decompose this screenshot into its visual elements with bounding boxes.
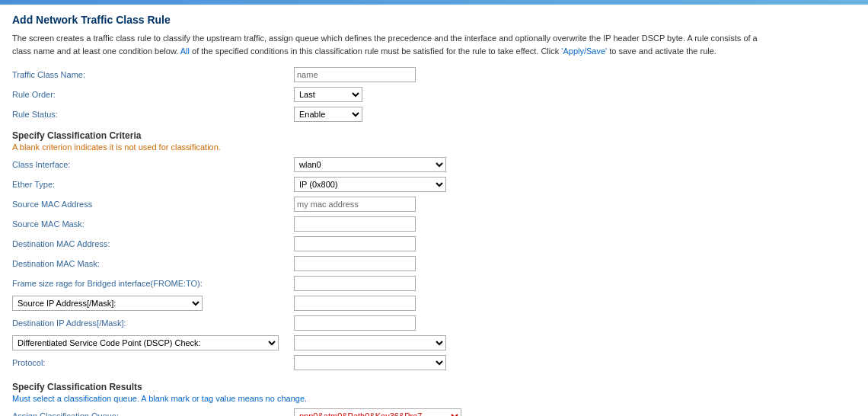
dest-mac-label: Destination MAC Address:: [12, 239, 294, 248]
assign-queue-select[interactable]: ppp0&atm0&Path0&Key36&Pre7 ppp0&atm0&Pat…: [294, 408, 461, 416]
assign-queue-label: Assign Classification Queue:: [12, 411, 294, 416]
class-interface-select[interactable]: wlan0 eth0 eth1 ppp0: [294, 157, 446, 172]
source-ip-dropdown[interactable]: Source IP Address[/Mask]: Destination IP…: [12, 296, 203, 311]
source-mac-label: Source MAC Address: [12, 200, 294, 209]
dest-mac-input[interactable]: [294, 236, 416, 251]
dscp-check-dropdown[interactable]: Differentiated Service Code Point (DSCP)…: [12, 335, 279, 350]
source-mac-mask-input[interactable]: [294, 216, 416, 232]
ether-type-label: Ether Type:: [12, 180, 294, 189]
assign-queue-row: Assign Classification Queue: ppp0&atm0&P…: [12, 408, 856, 416]
source-mac-mask-row: Source MAC Mask:: [12, 216, 856, 232]
dest-mac-mask-input[interactable]: [294, 256, 416, 271]
page-description: The screen creates a traffic class rule …: [12, 32, 774, 57]
results-section-title: Specify Classification Results: [12, 382, 856, 392]
rule-order-select[interactable]: Last First 2 3: [294, 87, 362, 102]
ether-type-select[interactable]: IP (0x800) PPPoE ARP IPV6: [294, 177, 446, 192]
class-interface-row: Class Interface: wlan0 eth0 eth1 ppp0: [12, 156, 856, 173]
dest-mac-mask-label: Destination MAC Mask:: [12, 259, 294, 268]
rule-order-row: Rule Order: Last First 2 3: [12, 86, 856, 103]
source-mac-mask-label: Source MAC Mask:: [12, 219, 294, 229]
frame-size-input[interactable]: [294, 276, 416, 291]
frame-size-label: Frame size rage for Bridged interface(FR…: [12, 279, 294, 288]
dscp-row: Differentiated Service Code Point (DSCP)…: [12, 334, 856, 351]
classification-section-title: Specify Classification Criteria: [12, 130, 856, 141]
ether-type-row: Ether Type: IP (0x800) PPPoE ARP IPV6: [12, 176, 856, 193]
rule-status-label: Rule Status:: [12, 110, 294, 119]
rule-status-row: Rule Status: Enable Disable: [12, 106, 856, 123]
classification-section-subtitle: A blank criterion indicates it is not us…: [12, 142, 856, 152]
source-ip-input[interactable]: [294, 296, 416, 311]
rule-order-label: Rule Order:: [12, 90, 294, 99]
dscp-value-select[interactable]: AF11 AF12: [294, 335, 446, 350]
source-mac-row: Source MAC Address: [12, 196, 856, 213]
dest-mac-row: Destination MAC Address:: [12, 235, 856, 252]
all-highlight: All: [180, 46, 190, 56]
traffic-class-name-input[interactable]: [294, 67, 416, 82]
frame-size-row: Frame size rage for Bridged interface(FR…: [12, 275, 856, 292]
traffic-class-name-label: Traffic Class Name:: [12, 70, 294, 79]
dest-ip-row: Destination IP Address[/Mask]:: [12, 315, 856, 331]
rule-status-select[interactable]: Enable Disable: [294, 107, 362, 122]
dest-mac-mask-row: Destination MAC Mask:: [12, 255, 856, 272]
class-interface-label: Class Interface:: [12, 160, 294, 169]
results-section-subtitle: Must select a classification queue. A bl…: [12, 394, 856, 403]
source-mac-input[interactable]: [294, 197, 416, 212]
protocol-row: Protocol: TCP UDP ICMP: [12, 354, 856, 371]
protocol-select[interactable]: TCP UDP ICMP: [294, 355, 446, 370]
page-title: Add Network Traffic Class Rule: [12, 14, 856, 26]
source-ip-row: Source IP Address[/Mask]: Destination IP…: [12, 295, 856, 312]
dest-ip-label: Destination IP Address[/Mask]:: [12, 318, 294, 328]
apply-save-link: 'Apply/Save': [561, 46, 607, 56]
traffic-class-name-row: Traffic Class Name:: [12, 66, 856, 83]
protocol-label: Protocol:: [12, 358, 294, 367]
dest-ip-input[interactable]: [294, 315, 416, 331]
